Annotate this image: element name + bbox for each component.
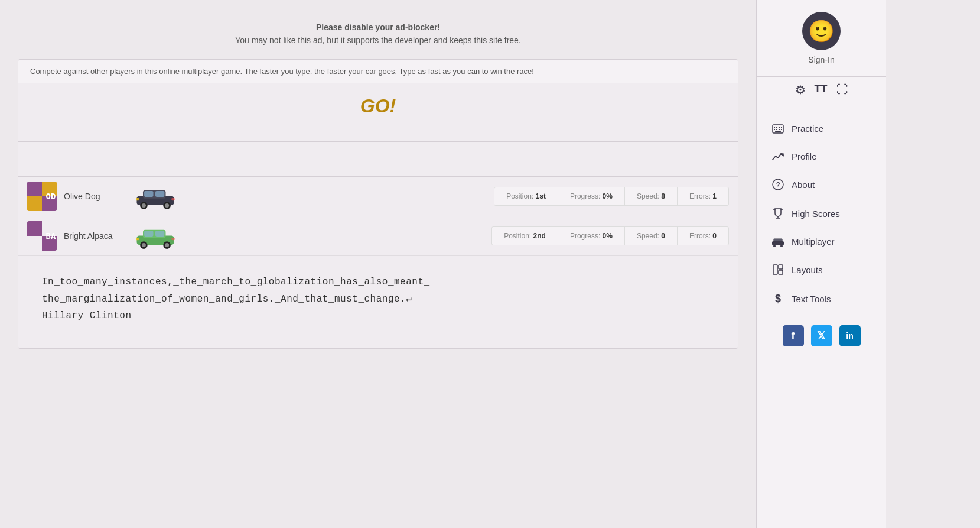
font-size-icon[interactable]: TT	[815, 83, 828, 97]
fullscreen-icon[interactable]: ⛶	[836, 83, 848, 97]
svg-rect-37	[779, 270, 783, 274]
svg-rect-26	[776, 129, 777, 130]
facebook-icon[interactable]: f	[783, 325, 804, 346]
car-ba	[135, 222, 176, 249]
twitter-icon[interactable]: 𝕏	[811, 325, 832, 346]
race-track	[18, 129, 738, 177]
car-area-ba	[129, 222, 491, 249]
svg-rect-2	[144, 191, 153, 197]
description-bar: Compete against other players in this on…	[18, 60, 738, 83]
nav-item-layouts[interactable]: Layouts	[757, 255, 886, 284]
player-stats-od: Position: 1st Progress: 0% Speed: 8 Erro…	[494, 187, 729, 206]
layouts-icon	[771, 264, 784, 276]
linkedin-icon[interactable]: in	[839, 325, 861, 346]
trophy-icon	[771, 208, 784, 219]
nav-label-profile: Profile	[792, 151, 817, 161]
signin-label: Sign-In	[808, 55, 834, 64]
stat-errors-od: Errors: 1	[678, 187, 728, 205]
nav-item-highscores[interactable]: High Scores	[757, 199, 886, 228]
svg-text:?: ?	[776, 181, 780, 189]
svg-rect-9	[171, 198, 175, 200]
nav-item-profile[interactable]: Profile	[757, 142, 886, 170]
stat-progress-od: Progress: 0%	[558, 187, 625, 205]
question-icon: ?	[771, 179, 784, 190]
typing-text-area: In_too_many_instances,_the_march_to_glob…	[18, 256, 738, 348]
svg-rect-3	[155, 191, 164, 197]
svg-rect-24	[781, 127, 782, 128]
svg-rect-32	[772, 241, 784, 245]
stat-speed-od: Speed: 8	[625, 187, 678, 205]
car-area-od	[129, 183, 494, 209]
stat-position-ba: Position: 2nd	[492, 227, 558, 245]
svg-point-5	[142, 203, 146, 208]
chart-icon	[771, 151, 784, 161]
player-initials-od: OD	[36, 182, 66, 211]
nav-label-texttools: Text Tools	[792, 294, 831, 304]
svg-rect-28	[781, 129, 782, 130]
nav-item-multiplayer[interactable]: Multiplayer	[757, 228, 886, 255]
nav-label-practice: Practice	[792, 124, 823, 134]
svg-rect-36	[779, 265, 783, 269]
player-name-od: Olive Dog	[64, 192, 129, 201]
stat-progress-ba: Progress: 0%	[558, 227, 625, 245]
ad-notice: Please disable your ad-blocker! You may …	[18, 12, 738, 59]
ad-notice-subtitle: You may not like this ad, but it support…	[18, 34, 738, 47]
svg-rect-21	[774, 127, 775, 128]
stat-position-od: Position: 1st	[494, 187, 558, 205]
svg-rect-13	[155, 231, 164, 237]
track-line-top	[18, 141, 738, 142]
svg-rect-22	[776, 127, 777, 128]
sidebar: 🙂 Sign-In ⚙ TT ⛶ Practice	[756, 0, 886, 528]
avatar-icon: 🙂	[808, 19, 835, 44]
svg-rect-27	[779, 129, 780, 130]
player-name-ba: Bright Alpaca	[64, 231, 129, 241]
signin-button[interactable]: 🙂 Sign-In	[802, 12, 841, 64]
svg-rect-25	[774, 129, 775, 130]
svg-rect-12	[144, 231, 153, 237]
player-initials-ba: BA	[36, 221, 66, 251]
player-row-olive-dog: OD Olive Dog	[18, 177, 738, 216]
stat-speed-ba: Speed: 0	[625, 227, 678, 245]
player-stats-ba: Position: 2nd Progress: 0% Speed: 0 Erro…	[491, 226, 729, 245]
nav-label-layouts: Layouts	[792, 265, 823, 275]
svg-rect-19	[171, 238, 175, 240]
texttools-icon: $	[771, 293, 784, 305]
track-line-bottom	[18, 148, 738, 148]
stat-errors-ba: Errors: 0	[678, 227, 728, 245]
settings-icon[interactable]: ⚙	[795, 83, 806, 97]
player-row-bright-alpaca: BA Bright Alpaca	[18, 216, 738, 256]
svg-point-17	[165, 243, 169, 247]
svg-point-15	[142, 243, 146, 247]
svg-rect-18	[136, 238, 139, 240]
go-text: GO!	[30, 95, 726, 117]
ad-notice-title: Please disable your ad-blocker!	[18, 21, 738, 34]
go-header: GO!	[18, 83, 738, 129]
nav-label-about: About	[792, 180, 815, 190]
nav-item-practice[interactable]: Practice	[757, 115, 886, 142]
social-row: f 𝕏 in	[783, 325, 861, 346]
svg-rect-35	[773, 265, 777, 274]
nav-label-highscores: High Scores	[792, 209, 840, 219]
nav-item-texttools[interactable]: $ Text Tools	[757, 284, 886, 313]
svg-text:$: $	[775, 293, 781, 305]
nav-item-about[interactable]: ? About	[757, 170, 886, 199]
svg-rect-29	[775, 131, 781, 132]
car-icon	[771, 237, 784, 247]
svg-point-7	[165, 203, 169, 208]
toolbar-row: ⚙ TT ⛶	[757, 76, 886, 103]
car-od	[135, 183, 176, 209]
nav-label-multiplayer: Multiplayer	[792, 237, 835, 247]
svg-rect-8	[136, 198, 139, 200]
keyboard-icon	[771, 124, 784, 134]
game-container: Compete against other players in this on…	[18, 59, 738, 349]
svg-rect-23	[779, 127, 780, 128]
avatar-circle: 🙂	[802, 12, 841, 50]
typing-text: In_too_many_instances,_the_march_to_glob…	[42, 274, 714, 325]
